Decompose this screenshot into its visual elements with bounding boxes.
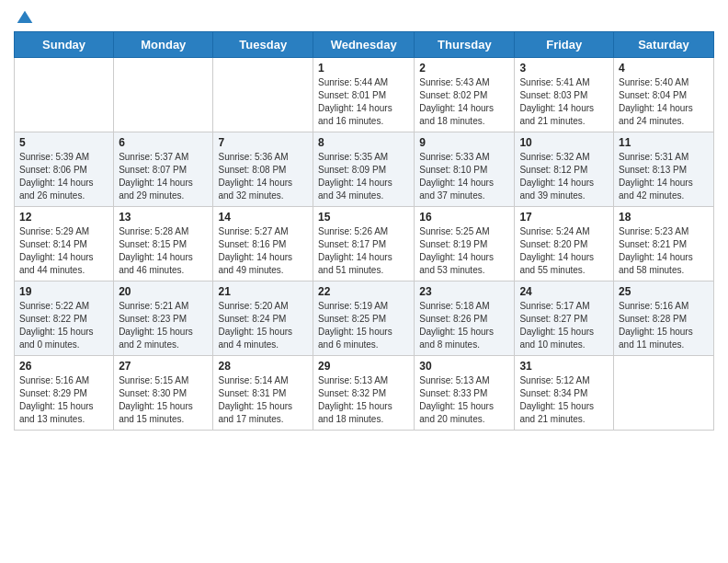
calendar-cell: 7Sunrise: 5:36 AM Sunset: 8:08 PM Daylig… <box>213 132 313 207</box>
day-header-thursday: Thursday <box>415 32 515 58</box>
cell-info: Sunrise: 5:39 AM Sunset: 8:06 PM Dayligh… <box>19 151 108 202</box>
cell-info: Sunrise: 5:25 AM Sunset: 8:19 PM Dayligh… <box>419 225 509 277</box>
calendar-cell: 6Sunrise: 5:37 AM Sunset: 8:07 PM Daylig… <box>114 132 213 207</box>
day-number: 8 <box>318 136 409 149</box>
day-header-sunday: Sunday <box>15 32 114 58</box>
calendar-cell: 2Sunrise: 5:43 AM Sunset: 8:02 PM Daylig… <box>415 58 515 132</box>
calendar-cell: 15Sunrise: 5:26 AM Sunset: 8:17 PM Dayli… <box>313 207 415 282</box>
cell-info: Sunrise: 5:44 AM Sunset: 8:01 PM Dayligh… <box>318 76 409 128</box>
calendar-cell: 26Sunrise: 5:16 AM Sunset: 8:29 PM Dayli… <box>15 356 114 431</box>
cell-info: Sunrise: 5:23 AM Sunset: 8:21 PM Dayligh… <box>619 225 709 277</box>
calendar-cell: 16Sunrise: 5:25 AM Sunset: 8:19 PM Dayli… <box>415 207 515 282</box>
cell-info: Sunrise: 5:40 AM Sunset: 8:04 PM Dayligh… <box>619 76 709 128</box>
cell-info: Sunrise: 5:19 AM Sunset: 8:25 PM Dayligh… <box>318 300 409 351</box>
cell-info: Sunrise: 5:26 AM Sunset: 8:17 PM Dayligh… <box>318 225 409 277</box>
day-number: 30 <box>419 360 509 373</box>
calendar-cell: 10Sunrise: 5:32 AM Sunset: 8:12 PM Dayli… <box>515 132 614 207</box>
calendar-cell: 4Sunrise: 5:40 AM Sunset: 8:04 PM Daylig… <box>614 58 714 132</box>
svg-marker-0 <box>17 11 33 23</box>
day-number: 24 <box>519 285 609 298</box>
cell-info: Sunrise: 5:33 AM Sunset: 8:10 PM Dayligh… <box>419 151 509 202</box>
day-number: 23 <box>419 285 509 298</box>
cell-info: Sunrise: 5:24 AM Sunset: 8:20 PM Dayligh… <box>519 225 609 277</box>
day-number: 18 <box>619 211 709 224</box>
day-number: 16 <box>419 211 509 224</box>
day-number: 9 <box>419 136 509 149</box>
day-number: 15 <box>318 211 409 224</box>
cell-info: Sunrise: 5:18 AM Sunset: 8:26 PM Dayligh… <box>419 300 509 351</box>
cell-info: Sunrise: 5:16 AM Sunset: 8:29 PM Dayligh… <box>19 374 108 426</box>
day-number: 7 <box>218 136 308 149</box>
day-header-saturday: Saturday <box>614 32 714 58</box>
calendar-cell: 21Sunrise: 5:20 AM Sunset: 8:24 PM Dayli… <box>213 282 313 356</box>
day-number: 13 <box>119 211 208 224</box>
calendar-cell: 23Sunrise: 5:18 AM Sunset: 8:26 PM Dayli… <box>415 282 515 356</box>
day-number: 25 <box>619 285 709 298</box>
day-number: 11 <box>619 136 709 149</box>
calendar-cell <box>114 58 213 132</box>
calendar-cell: 14Sunrise: 5:27 AM Sunset: 8:16 PM Dayli… <box>213 207 313 282</box>
cell-info: Sunrise: 5:32 AM Sunset: 8:12 PM Dayligh… <box>519 151 609 202</box>
calendar-cell: 28Sunrise: 5:14 AM Sunset: 8:31 PM Dayli… <box>213 356 313 431</box>
calendar-cell: 30Sunrise: 5:13 AM Sunset: 8:33 PM Dayli… <box>415 356 515 431</box>
cell-info: Sunrise: 5:20 AM Sunset: 8:24 PM Dayligh… <box>218 300 308 351</box>
logo <box>14 9 34 24</box>
cell-info: Sunrise: 5:21 AM Sunset: 8:23 PM Dayligh… <box>119 300 208 351</box>
day-number: 4 <box>619 62 709 75</box>
cell-info: Sunrise: 5:28 AM Sunset: 8:15 PM Dayligh… <box>119 225 208 277</box>
day-number: 27 <box>119 360 208 373</box>
calendar-cell: 27Sunrise: 5:15 AM Sunset: 8:30 PM Dayli… <box>114 356 213 431</box>
calendar-cell: 5Sunrise: 5:39 AM Sunset: 8:06 PM Daylig… <box>15 132 114 207</box>
day-number: 20 <box>119 285 208 298</box>
day-header-wednesday: Wednesday <box>313 32 415 58</box>
calendar: SundayMondayTuesdayWednesdayThursdayFrid… <box>14 31 714 431</box>
calendar-cell: 22Sunrise: 5:19 AM Sunset: 8:25 PM Dayli… <box>313 282 415 356</box>
day-number: 3 <box>519 62 609 75</box>
day-number: 6 <box>119 136 208 149</box>
calendar-cell: 20Sunrise: 5:21 AM Sunset: 8:23 PM Dayli… <box>114 282 213 356</box>
cell-info: Sunrise: 5:27 AM Sunset: 8:16 PM Dayligh… <box>218 225 308 277</box>
cell-info: Sunrise: 5:36 AM Sunset: 8:08 PM Dayligh… <box>218 151 308 202</box>
calendar-cell: 29Sunrise: 5:13 AM Sunset: 8:32 PM Dayli… <box>313 356 415 431</box>
cell-info: Sunrise: 5:17 AM Sunset: 8:27 PM Dayligh… <box>519 300 609 351</box>
day-number: 19 <box>19 285 108 298</box>
day-number: 22 <box>318 285 409 298</box>
calendar-cell: 24Sunrise: 5:17 AM Sunset: 8:27 PM Dayli… <box>515 282 614 356</box>
cell-info: Sunrise: 5:13 AM Sunset: 8:33 PM Dayligh… <box>419 374 509 426</box>
calendar-cell <box>15 58 114 132</box>
day-number: 1 <box>318 62 409 75</box>
cell-info: Sunrise: 5:43 AM Sunset: 8:02 PM Dayligh… <box>419 76 509 128</box>
day-number: 14 <box>218 211 308 224</box>
calendar-cell: 25Sunrise: 5:16 AM Sunset: 8:28 PM Dayli… <box>614 282 714 356</box>
calendar-cell: 19Sunrise: 5:22 AM Sunset: 8:22 PM Dayli… <box>15 282 114 356</box>
day-header-monday: Monday <box>114 32 213 58</box>
cell-info: Sunrise: 5:15 AM Sunset: 8:30 PM Dayligh… <box>119 374 208 426</box>
calendar-cell: 13Sunrise: 5:28 AM Sunset: 8:15 PM Dayli… <box>114 207 213 282</box>
day-number: 5 <box>19 136 108 149</box>
day-number: 12 <box>19 211 108 224</box>
calendar-cell: 1Sunrise: 5:44 AM Sunset: 8:01 PM Daylig… <box>313 58 415 132</box>
calendar-cell: 31Sunrise: 5:12 AM Sunset: 8:34 PM Dayli… <box>515 356 614 431</box>
day-number: 31 <box>519 360 609 373</box>
cell-info: Sunrise: 5:13 AM Sunset: 8:32 PM Dayligh… <box>318 374 409 426</box>
cell-info: Sunrise: 5:29 AM Sunset: 8:14 PM Dayligh… <box>19 225 108 277</box>
calendar-cell <box>614 356 714 431</box>
cell-info: Sunrise: 5:41 AM Sunset: 8:03 PM Dayligh… <box>519 76 609 128</box>
day-number: 2 <box>419 62 509 75</box>
cell-info: Sunrise: 5:31 AM Sunset: 8:13 PM Dayligh… <box>619 151 709 202</box>
calendar-cell: 17Sunrise: 5:24 AM Sunset: 8:20 PM Dayli… <box>515 207 614 282</box>
cell-info: Sunrise: 5:37 AM Sunset: 8:07 PM Dayligh… <box>119 151 208 202</box>
day-number: 10 <box>519 136 609 149</box>
day-number: 21 <box>218 285 308 298</box>
day-number: 29 <box>318 360 409 373</box>
day-header-tuesday: Tuesday <box>213 32 313 58</box>
calendar-cell: 18Sunrise: 5:23 AM Sunset: 8:21 PM Dayli… <box>614 207 714 282</box>
cell-info: Sunrise: 5:22 AM Sunset: 8:22 PM Dayligh… <box>19 300 108 351</box>
cell-info: Sunrise: 5:16 AM Sunset: 8:28 PM Dayligh… <box>619 300 709 351</box>
calendar-cell: 3Sunrise: 5:41 AM Sunset: 8:03 PM Daylig… <box>515 58 614 132</box>
cell-info: Sunrise: 5:14 AM Sunset: 8:31 PM Dayligh… <box>218 374 308 426</box>
day-header-friday: Friday <box>515 32 614 58</box>
cell-info: Sunrise: 5:35 AM Sunset: 8:09 PM Dayligh… <box>318 151 409 202</box>
day-number: 28 <box>218 360 308 373</box>
logo-icon <box>16 9 34 28</box>
